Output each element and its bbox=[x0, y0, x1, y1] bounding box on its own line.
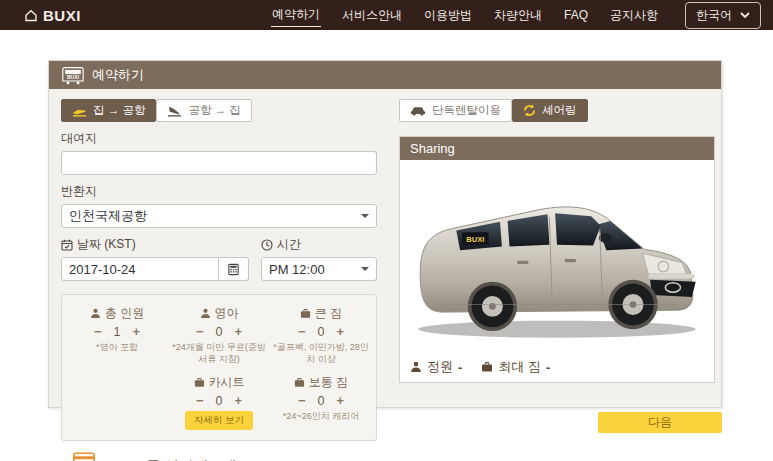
counter-value: 1 bbox=[114, 325, 121, 339]
decrease-button[interactable]: − bbox=[296, 324, 308, 339]
return-label: 반환지 bbox=[61, 183, 377, 200]
briefcase-icon bbox=[300, 308, 311, 319]
date-label-row: 날짜 (KST) bbox=[61, 236, 249, 253]
airport-to-home-label: 공항 → 집 bbox=[188, 103, 240, 118]
person-icon bbox=[90, 308, 101, 319]
nav-item-how-to-use[interactable]: 이용방법 bbox=[423, 4, 473, 27]
nav-item-service-info[interactable]: 서비스안내 bbox=[341, 4, 403, 27]
decrease-button[interactable]: − bbox=[194, 324, 206, 339]
nav-item-booking[interactable]: 예약하기 bbox=[271, 3, 321, 27]
counter-total-passengers: 총 인원 − 1 + *영아 포함 bbox=[66, 305, 168, 365]
next-button[interactable]: 다음 bbox=[598, 412, 722, 433]
bus-icon: BUXI bbox=[61, 66, 85, 85]
calendar-icon bbox=[61, 239, 73, 251]
briefcase-icon bbox=[294, 377, 305, 388]
capacity-label: 정원 bbox=[427, 358, 453, 376]
counter-note: *24~26인치 캐리어 bbox=[270, 410, 372, 422]
increase-button[interactable]: + bbox=[130, 324, 142, 339]
date-time-row: 날짜 (KST) bbox=[61, 228, 377, 281]
rental-type-toggle: 단독렌탈이용 셰어링 bbox=[399, 99, 715, 122]
passenger-luggage-box: 총 인원 − 1 + *영아 포함 영아 bbox=[61, 294, 377, 441]
date-input[interactable] bbox=[61, 257, 219, 281]
counter-note: *24개월 미만 무료(증빙서류 지참) bbox=[168, 341, 270, 365]
counter-value: 0 bbox=[216, 325, 223, 339]
sharing-label: 셰어링 bbox=[542, 103, 577, 118]
capacity-value: - bbox=[458, 360, 462, 375]
nav-menu: 예약하기 서비스안내 이용방법 차량안내 FAQ 공지사항 한국어 bbox=[271, 2, 761, 29]
counter-label: 큰 짐 bbox=[315, 305, 342, 322]
person-icon bbox=[200, 308, 211, 319]
pickup-input[interactable] bbox=[61, 151, 377, 175]
date-label: 날짜 (KST) bbox=[77, 236, 136, 253]
card-body: 집 → 공항 공항 → 집 대여지 반환지 인천국제공항 bbox=[49, 89, 721, 461]
fare-block: 이용요금 bbox=[63, 451, 105, 461]
date-group: 날짜 (KST) bbox=[61, 228, 249, 281]
brand-logo[interactable]: BUXI bbox=[24, 7, 81, 24]
booking-card: BUXI 예약하기 집 → 공항 bbox=[48, 60, 722, 408]
pickup-label: 대여지 bbox=[61, 130, 377, 147]
max-luggage-label: 최대 짐 bbox=[498, 358, 541, 376]
car-seat-detail-button[interactable]: 자세히 보기 bbox=[185, 411, 253, 430]
person-icon bbox=[410, 361, 422, 373]
counter-empty-cell bbox=[66, 374, 168, 430]
counter-large-luggage: 큰 짐 − 0 + *골프백, 이민가방, 28인치 이상 bbox=[270, 305, 372, 365]
nav-item-vehicle-info[interactable]: 차량안내 bbox=[493, 4, 543, 27]
vehicle-image-area: BUXI bbox=[400, 160, 714, 354]
clock-icon bbox=[261, 239, 273, 251]
return-select[interactable]: 인천국제공항 bbox=[61, 204, 377, 228]
increase-button[interactable]: + bbox=[334, 324, 346, 339]
calendar-picker-button[interactable] bbox=[219, 257, 249, 281]
language-label: 한국어 bbox=[696, 7, 732, 24]
decrease-button[interactable]: − bbox=[92, 324, 104, 339]
briefcase-icon bbox=[481, 361, 493, 373]
counter-value: 0 bbox=[318, 394, 325, 408]
counter-infants: 영아 − 0 + *24개월 미만 무료(증빙서류 지참) bbox=[168, 305, 270, 365]
car-icon bbox=[410, 105, 426, 116]
svg-text:BUXI: BUXI bbox=[67, 73, 80, 79]
private-rental-button[interactable]: 단독렌탈이용 bbox=[399, 99, 512, 122]
home-to-airport-button[interactable]: 집 → 공항 bbox=[61, 99, 156, 122]
sharing-panel: Sharing bbox=[399, 136, 715, 383]
counter-value: 0 bbox=[216, 394, 223, 408]
counter-note: *골프백, 이민가방, 28인치 이상 bbox=[270, 341, 372, 365]
increase-button[interactable]: + bbox=[334, 393, 346, 408]
sharing-panel-title: Sharing bbox=[400, 137, 714, 160]
fare-card-icon bbox=[72, 451, 96, 461]
sharing-refresh-icon bbox=[523, 104, 536, 117]
chevron-down-icon bbox=[740, 12, 750, 18]
increase-button[interactable]: + bbox=[232, 393, 244, 408]
counter-value: 0 bbox=[318, 325, 325, 339]
private-rental-label: 단독렌탈이용 bbox=[432, 103, 501, 118]
airport-to-home-button[interactable]: 공항 → 집 bbox=[156, 99, 251, 122]
counter-label: 영아 bbox=[215, 305, 239, 322]
van-image: BUXI bbox=[405, 162, 709, 352]
time-group: 시간 PM 12:00 bbox=[261, 228, 377, 281]
time-label: 시간 bbox=[277, 236, 301, 253]
vehicle-column: 단독렌탈이용 셰어링 Sharing bbox=[399, 99, 715, 461]
language-selector[interactable]: 한국어 bbox=[685, 2, 761, 29]
decrease-button[interactable]: − bbox=[194, 393, 206, 408]
max-luggage-value: - bbox=[546, 360, 550, 375]
counter-normal-luggage: 보통 짐 − 0 + *24~26인치 캐리어 bbox=[270, 374, 372, 430]
briefcase-icon bbox=[194, 377, 205, 388]
brand-name: BUXI bbox=[43, 7, 81, 24]
counter-label: 총 인원 bbox=[105, 305, 144, 322]
counter-label: 보통 짐 bbox=[309, 374, 348, 391]
card-header: BUXI 예약하기 bbox=[49, 61, 721, 89]
top-navigation: BUXI 예약하기 서비스안내 이용방법 차량안내 FAQ 공지사항 한국어 bbox=[0, 0, 773, 30]
nav-item-faq[interactable]: FAQ bbox=[563, 5, 589, 25]
increase-button[interactable]: + bbox=[232, 324, 244, 339]
fare-message: 주소를 입력해주세요. bbox=[117, 457, 256, 461]
svg-text:BUXI: BUXI bbox=[466, 235, 484, 244]
time-select[interactable]: PM 12:00 bbox=[261, 257, 377, 281]
counter-car-seat: 카시트 − 0 + 자세히 보기 bbox=[168, 374, 270, 430]
decrease-button[interactable]: − bbox=[296, 393, 308, 408]
vehicle-specs: 정원 - 최대 짐 - bbox=[400, 354, 714, 382]
home-to-airport-label: 집 → 공항 bbox=[93, 103, 145, 118]
trip-direction-toggle: 집 → 공항 공항 → 집 bbox=[61, 99, 377, 122]
nav-item-notice[interactable]: 공지사항 bbox=[609, 4, 659, 27]
plane-landing-icon bbox=[167, 104, 182, 117]
sharing-button[interactable]: 셰어링 bbox=[512, 99, 588, 122]
caret-down-icon bbox=[361, 267, 369, 275]
form-column: 집 → 공항 공항 → 집 대여지 반환지 인천국제공항 bbox=[61, 99, 377, 461]
